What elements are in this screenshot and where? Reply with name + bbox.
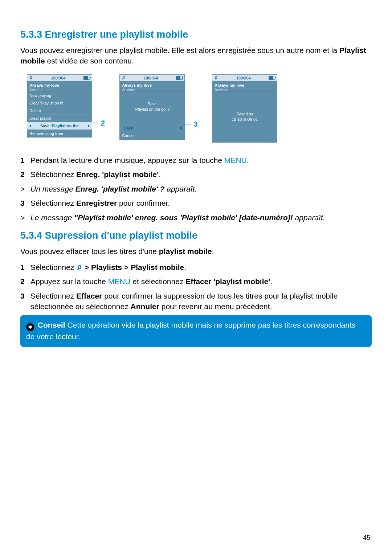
music-icon — [214, 76, 218, 80]
track-title: Always my love — [120, 81, 184, 88]
track-subtitle: Anytime — [27, 88, 92, 91]
step3-bold: Enregistrer — [76, 199, 117, 207]
s1-bold: > Playlists > Playlist mobile — [82, 263, 184, 271]
s1-pre: Sélectionnez — [30, 263, 76, 271]
section-heading-533: 5.3.3 Enregistrer une playlist mobile — [20, 29, 372, 40]
callout-num-2: 2 — [101, 119, 105, 127]
step-533-2: 2 Sélectionnez Enreg. 'playlist mobile'. — [20, 169, 372, 180]
menu-key: MENU — [224, 156, 247, 164]
screen-header: 180/364 — [212, 75, 277, 81]
battery-icon — [83, 76, 90, 80]
intro-534: Vous pouvez effacer tous les titres d'un… — [20, 246, 372, 257]
r2-post: apparaît. — [293, 213, 325, 222]
chevron-left-icon — [29, 124, 31, 127]
step-num: 1 — [20, 155, 30, 165]
tip-icon: ✱ — [26, 323, 34, 331]
screen-header: 180/364 — [120, 75, 184, 81]
track-title: Always my love — [27, 81, 92, 88]
r2-pre: Le message — [30, 213, 74, 222]
step-534-3: 3 Sélectionnez Effacer pour confirmer la… — [20, 291, 372, 312]
track-subtitle: Anytime — [120, 88, 184, 91]
menu-item-clear-playlist: Clear playist — [27, 114, 92, 122]
track-subtitle: Anytime — [212, 88, 277, 91]
screen-1-wrap: 180/364 Always my love Anytime Now playi… — [27, 74, 105, 138]
result-marker: > — [20, 184, 30, 194]
menu-item-save-playlist-highlight: Save 'Playlist on the — [27, 122, 92, 130]
s1-post: . — [184, 263, 186, 271]
callout-line — [92, 123, 99, 123]
screen-header: 180/364 — [27, 75, 92, 81]
confirm-line2: 'Playlist on the go' ? — [121, 107, 183, 112]
step3-post: pour confirmer. — [117, 199, 170, 207]
device-screens-row: 180/364 Always my love Anytime Now playi… — [27, 74, 372, 143]
menu-item-remove-song: Remove song from ... — [27, 130, 92, 137]
device-screen-3: 180/364 Always my love Anytime Saved as … — [212, 74, 277, 143]
screen-2-wrap: 180/364 Always my love Anytime Save 'Pla… — [119, 74, 197, 140]
battery-icon — [269, 76, 275, 80]
result-marker: > — [20, 212, 30, 223]
step-num: 3 — [20, 291, 30, 312]
s2-bold: Effacer 'playlist mobile' — [185, 277, 270, 286]
r2-bold: "Playlist mobile' enreg. sous 'Playlist … — [74, 213, 293, 222]
page-number: 45 — [363, 534, 370, 542]
track-counter: 180/364 — [236, 76, 251, 80]
tip-box: ✱ Conseil Cette opération vide la playli… — [20, 315, 372, 347]
step-534-1: 1 Sélectionnez > Playlists > Playlist mo… — [20, 262, 372, 272]
menu-key: MENU — [108, 277, 131, 286]
result-533-2: > Le message "Playlist mobile' enreg. so… — [20, 212, 372, 223]
menu-item-save-label: Save 'Playlist on the — [40, 124, 79, 128]
saved-line1: Saved as — [214, 111, 275, 117]
step-num: 1 — [20, 262, 30, 272]
s3-mid2: pour revenir au menu précédent. — [159, 302, 272, 311]
s3-pre: Sélectionnez — [30, 292, 76, 300]
tip-label: Conseil — [38, 321, 65, 329]
step-533-1: 1 Pendant la lecture d'une musique, appu… — [20, 155, 372, 165]
callout-num-3: 3 — [193, 120, 197, 128]
callout-3: 3 — [185, 120, 197, 128]
step3-pre: Sélectionnez — [30, 199, 76, 207]
result-533-1: > Un message Enreg. 'playlist mobile' ? … — [20, 184, 372, 194]
s3-bold1: Effacer — [76, 292, 102, 300]
r1-post: apparaît. — [164, 185, 197, 193]
action-save-label: Save — [124, 126, 180, 130]
music-icon — [76, 263, 82, 269]
s2-post: . — [270, 277, 272, 286]
saved-line2: 10-10-2006-01 — [214, 117, 275, 122]
step-num: 3 — [20, 198, 30, 208]
menu-item-clear-playlist-on: Clear 'Playlist on th... — [27, 99, 92, 107]
section-heading-534: 5.3.4 Supression d'une playlist mobile — [20, 230, 372, 241]
step2-pre: Sélectionnez — [30, 170, 76, 178]
menu-list: Now playing Clear 'Playlist on th... Del… — [27, 91, 92, 137]
tip-text: Cette opération vide la playlist mobile … — [26, 321, 355, 341]
menu-item-now-playing: Now playing — [27, 91, 92, 99]
intro-534-pre: Vous pouvez effacer tous les titres d'un… — [20, 247, 159, 255]
intro-534-bold: playlist mobile — [159, 247, 212, 255]
s3-bold2: Annuler — [131, 302, 159, 311]
saved-message: Saved as 10-10-2006-01 — [212, 91, 277, 142]
step-num: 2 — [20, 276, 30, 287]
step-534-2: 2 Appuyez sur la touche MENU et sélectio… — [20, 276, 372, 287]
screen-3-wrap: 180/364 Always my love Anytime Saved as … — [212, 74, 277, 143]
intro-534-post: . — [212, 247, 214, 255]
callout-2: 2 — [92, 119, 105, 127]
intro-533-pre: Vous pouvez enregistrer une playlist mob… — [20, 46, 339, 54]
confirm-message: Save 'Playlist on the go' ? — [120, 91, 184, 122]
step-num: 2 — [20, 169, 30, 180]
action-cancel: Cancel — [120, 132, 184, 139]
step1-post: . — [247, 156, 249, 164]
step-533-3: 3 Sélectionnez Enregistrer pour confirme… — [20, 198, 372, 208]
s2-mid: et sélectionnez — [130, 277, 185, 286]
device-screen-2: 180/364 Always my love Anytime Save 'Pla… — [119, 74, 185, 140]
intro-533-post: est vidée de son contenu. — [45, 57, 134, 65]
chevron-right-icon — [180, 127, 182, 130]
track-counter: 180/364 — [144, 76, 158, 80]
r1-pre: Un message — [30, 185, 75, 193]
track-counter: 180/364 — [51, 76, 66, 80]
callout-line — [185, 124, 191, 124]
confirm-actions: Save Cancel — [120, 124, 184, 139]
menu-item-delete: Delete — [27, 107, 92, 114]
device-screen-1: 180/364 Always my love Anytime Now playi… — [27, 74, 92, 138]
action-save-highlight: Save — [120, 124, 184, 132]
step2-post: . — [159, 170, 161, 178]
s2-pre: Appuyez sur la touche — [30, 277, 108, 286]
